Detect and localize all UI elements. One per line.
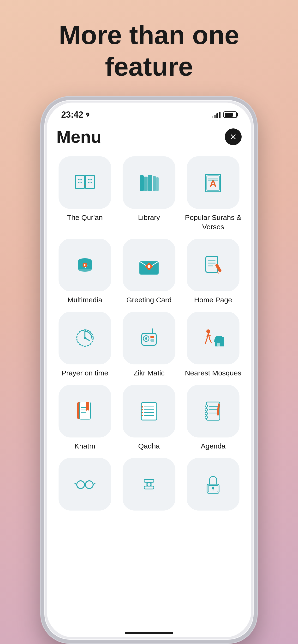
surahs-label: Popular Surahs & Verses xyxy=(185,213,242,232)
greeting-label: Greeting Card xyxy=(126,295,172,304)
signal-bars xyxy=(212,112,221,118)
prayer-icon-box xyxy=(59,312,111,364)
menu-item-row5b[interactable] xyxy=(120,458,177,514)
svg-point-15 xyxy=(78,267,92,272)
phone-frame: 23:42 xyxy=(41,97,257,643)
app-header: Menu xyxy=(56,127,242,146)
svg-rect-20 xyxy=(148,262,150,264)
menu-item-row5c[interactable] xyxy=(185,458,242,514)
svg-point-40 xyxy=(206,330,210,333)
svg-rect-22 xyxy=(145,266,147,267)
svg-point-60 xyxy=(141,415,143,416)
svg-point-58 xyxy=(141,409,143,410)
library-icon-box xyxy=(123,156,175,209)
qadha-label: Qadha xyxy=(138,441,160,451)
svg-point-62 xyxy=(205,405,208,407)
menu-item-zikr[interactable]: Zikr Matic xyxy=(120,312,177,378)
khatm-icon-box xyxy=(59,385,111,438)
svg-rect-3 xyxy=(140,176,144,191)
multimedia-icon xyxy=(73,253,97,277)
prayer-label: Prayer on time xyxy=(61,368,108,378)
menu-item-homepage[interactable]: Home Page xyxy=(185,238,242,304)
svg-rect-23 xyxy=(151,266,153,267)
svg-rect-37 xyxy=(151,339,154,342)
lock-icon xyxy=(201,472,225,496)
qadha-icon-box xyxy=(123,385,175,438)
menu-item-prayer[interactable]: Prayer on time xyxy=(56,312,113,378)
svg-point-65 xyxy=(205,416,208,418)
multimedia-label: Multimedia xyxy=(67,295,102,304)
khatm-label: Khatm xyxy=(74,441,95,451)
homepage-icon xyxy=(201,253,225,277)
menu-item-greeting[interactable]: Greeting Card xyxy=(120,238,177,304)
signal-bar-4 xyxy=(219,112,221,118)
battery-icon xyxy=(223,112,237,118)
row5a-icon-box xyxy=(59,458,111,510)
surahs-icon-box: A xyxy=(187,156,239,209)
home-indicator[interactable] xyxy=(125,632,173,634)
library-icon xyxy=(137,170,161,194)
svg-point-79 xyxy=(147,482,151,486)
row5c-icon-box xyxy=(187,458,239,510)
mosques-icon-box xyxy=(187,312,239,364)
svg-rect-5 xyxy=(148,175,152,191)
menu-grid: ١ The Qur'an xyxy=(56,156,242,514)
svg-point-35 xyxy=(145,337,147,340)
menu-item-row5a[interactable] xyxy=(56,458,113,514)
location-icon xyxy=(85,112,90,118)
svg-rect-42 xyxy=(217,343,220,346)
menu-item-surahs[interactable]: A Popular Surahs & Verses xyxy=(185,156,242,232)
menu-item-mosques[interactable]: Nearest Mosques xyxy=(185,312,242,378)
svg-rect-7 xyxy=(156,177,159,191)
mosques-icon xyxy=(201,326,225,350)
app-content: Menu xyxy=(47,122,251,637)
zikr-icon xyxy=(137,326,161,350)
quran-label: The Qur'an xyxy=(67,213,103,222)
surahs-icon: A xyxy=(201,170,225,194)
agenda-icon-box xyxy=(187,385,239,438)
signal-bar-2 xyxy=(214,115,216,118)
svg-rect-36 xyxy=(151,336,154,338)
status-bar: 23:42 xyxy=(47,102,251,122)
close-button[interactable] xyxy=(225,128,242,145)
page-title: More than one feature xyxy=(59,19,239,82)
status-time: 23:42 xyxy=(61,110,90,120)
svg-rect-76 xyxy=(144,486,154,489)
svg-rect-6 xyxy=(153,176,156,191)
khatm-icon xyxy=(73,399,97,423)
prayer-icon xyxy=(73,326,97,350)
svg-line-32 xyxy=(85,338,89,340)
agenda-label: Agenda xyxy=(201,441,226,451)
menu-item-quran[interactable]: ١ The Qur'an xyxy=(56,156,113,232)
svg-point-82 xyxy=(212,486,214,489)
svg-point-19 xyxy=(147,265,151,268)
svg-point-64 xyxy=(205,412,208,415)
status-icons xyxy=(212,112,237,118)
greeting-icon-box xyxy=(123,238,175,291)
svg-rect-75 xyxy=(144,480,154,482)
svg-point-59 xyxy=(141,412,143,413)
zikr-label: Zikr Matic xyxy=(133,368,165,378)
close-icon xyxy=(229,132,238,141)
menu-item-agenda[interactable]: Agenda xyxy=(185,385,242,451)
mosques-label: Nearest Mosques xyxy=(185,368,241,378)
agenda-icon xyxy=(201,399,225,423)
zikr-icon-box xyxy=(123,312,175,364)
multimedia-icon-box xyxy=(59,238,111,291)
svg-rect-51 xyxy=(141,403,157,420)
svg-text:A: A xyxy=(210,178,217,189)
svg-point-39 xyxy=(152,328,153,330)
menu-item-qadha[interactable]: Qadha xyxy=(120,385,177,451)
svg-point-70 xyxy=(77,481,84,488)
phone-screen: 23:42 xyxy=(47,102,251,637)
menu-item-multimedia[interactable]: Multimedia xyxy=(56,238,113,304)
signal-bar-1 xyxy=(212,116,213,118)
qadha-icon xyxy=(137,399,161,423)
svg-point-71 xyxy=(85,481,93,488)
svg-point-63 xyxy=(205,408,208,411)
signal-bar-3 xyxy=(216,113,218,118)
phone-wrapper: 23:42 xyxy=(41,97,257,643)
menu-item-khatm[interactable]: Khatm xyxy=(56,385,113,451)
homepage-icon-box xyxy=(187,238,239,291)
menu-item-library[interactable]: Library xyxy=(120,156,177,232)
